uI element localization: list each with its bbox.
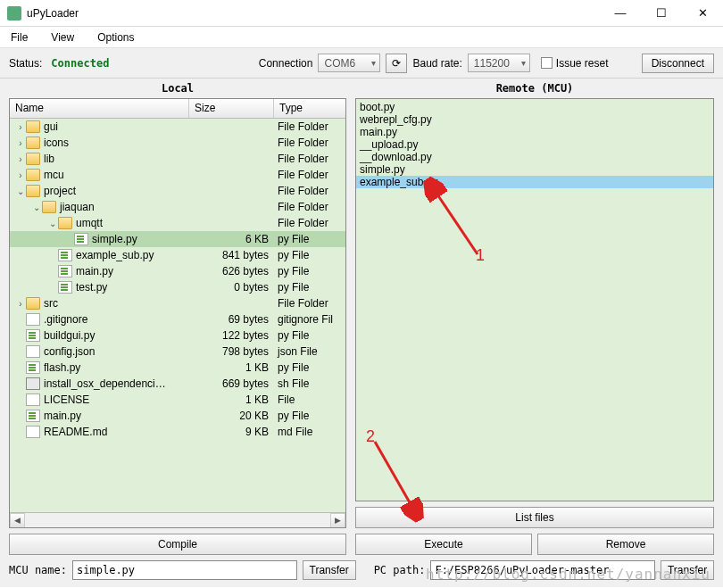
tree-row[interactable]: flash.py1 KBpy File xyxy=(10,360,345,376)
expand-arrow-icon[interactable]: › xyxy=(15,170,26,180)
tree-row[interactable]: main.py626 bytespy File xyxy=(10,263,345,279)
file-type: File Folder xyxy=(274,137,345,149)
remote-item[interactable]: __upload.py xyxy=(356,138,713,151)
remote-item[interactable]: boot.py xyxy=(356,101,713,113)
local-tree[interactable]: Name Size Type ›guiFile Folder›iconsFile… xyxy=(9,98,346,528)
connection-select[interactable]: COM6 xyxy=(318,54,380,72)
file-icon xyxy=(26,345,40,358)
file-type: py File xyxy=(274,329,345,342)
folder-icon xyxy=(26,120,40,133)
file-type: gitignore Fil xyxy=(274,313,345,326)
col-type[interactable]: Type xyxy=(274,99,345,118)
expand-arrow-icon[interactable]: ⌄ xyxy=(47,219,58,228)
disconnect-button[interactable]: Disconnect xyxy=(642,54,714,73)
tree-row[interactable]: ⌄projectFile Folder xyxy=(10,183,345,199)
file-name: jiaquan xyxy=(60,201,95,213)
tree-row[interactable]: LICENSE1 KBFile xyxy=(10,392,345,408)
list-files-button[interactable]: List files xyxy=(355,507,714,528)
expand-arrow-icon[interactable]: › xyxy=(15,138,26,148)
file-icon xyxy=(26,393,40,406)
remote-item[interactable]: main.py xyxy=(356,126,713,138)
file-size: 0 bytes xyxy=(189,281,274,294)
tree-row[interactable]: main.py20 KBpy File xyxy=(10,408,345,424)
tree-row[interactable]: README.md9 KBmd File xyxy=(10,424,345,440)
expand-arrow-icon[interactable]: ⌄ xyxy=(15,186,26,196)
file-name: LICENSE xyxy=(44,393,89,406)
file-name: flash.py xyxy=(44,361,80,374)
file-type: py File xyxy=(274,410,345,422)
tree-row[interactable]: buildgui.py122 bytespy File xyxy=(10,327,345,344)
col-name[interactable]: Name xyxy=(10,99,189,118)
remote-list[interactable]: boot.pywebrepl_cfg.pymain.py__upload.py_… xyxy=(355,98,714,501)
file-size: 841 bytes xyxy=(189,249,274,261)
mcu-name-input[interactable] xyxy=(72,560,297,580)
folder-icon xyxy=(58,217,72,229)
tree-row[interactable]: ⌄jiaquanFile Folder xyxy=(10,199,345,215)
remote-item[interactable]: simple.py xyxy=(356,163,713,176)
tree-row[interactable]: ⌄umqttFile Folder xyxy=(10,215,345,231)
remote-panel: Remote (MCU) boot.pywebrepl_cfg.pymain.p… xyxy=(355,79,714,555)
baud-label: Baud rate: xyxy=(412,57,461,70)
file-type: File Folder xyxy=(274,169,345,181)
tree-row[interactable]: ›guiFile Folder xyxy=(10,119,345,135)
tree-row[interactable]: ›srcFile Folder xyxy=(10,295,345,311)
refresh-button[interactable]: ⟳ xyxy=(386,54,407,73)
tree-row[interactable]: config.json798 bytesjson File xyxy=(10,344,345,360)
tree-row[interactable]: simple.py6 KBpy File xyxy=(10,231,345,247)
transfer-local-button[interactable]: Transfer xyxy=(303,560,356,580)
file-name: install_osx_dependenci… xyxy=(44,377,166,390)
toolbar: Status: Connected Connection COM6 ⟳ Baud… xyxy=(0,48,723,79)
file-size: 1 KB xyxy=(189,393,274,406)
file-type: sh File xyxy=(274,377,345,390)
main-area: Local Name Size Type ›guiFile Folder›ico… xyxy=(0,79,723,555)
file-icon xyxy=(26,426,40,438)
file-size: 669 bytes xyxy=(189,377,274,390)
file-name: lib xyxy=(44,153,54,165)
remote-item[interactable]: __download.py xyxy=(356,151,713,163)
expand-arrow-icon[interactable]: › xyxy=(15,299,26,309)
file-name: gui xyxy=(44,120,58,133)
menu-options[interactable]: Options xyxy=(92,29,139,46)
expand-arrow-icon[interactable]: › xyxy=(15,154,26,164)
remote-item[interactable]: webrepl_cfg.py xyxy=(356,113,713,126)
tree-row[interactable]: example_sub.py841 bytespy File xyxy=(10,247,345,263)
tree-row[interactable]: install_osx_dependenci…669 bytessh File xyxy=(10,376,345,392)
scroll-left-icon[interactable]: ◀ xyxy=(10,513,25,528)
execute-button[interactable]: Execute xyxy=(355,534,532,555)
scroll-right-icon[interactable]: ▶ xyxy=(330,513,345,528)
file-name: README.md xyxy=(44,426,107,438)
compile-button[interactable]: Compile xyxy=(9,534,346,555)
maximize-button[interactable]: ☐ xyxy=(641,0,682,27)
local-h-scrollbar[interactable]: ◀ ▶ xyxy=(10,512,345,527)
file-icon xyxy=(26,410,40,422)
folder-icon xyxy=(26,297,40,310)
tree-row[interactable]: ›libFile Folder xyxy=(10,151,345,167)
file-name: umqtt xyxy=(76,217,103,229)
close-button[interactable]: ✕ xyxy=(682,0,723,27)
file-type: py File xyxy=(274,265,345,277)
remote-item[interactable]: example_sub.py xyxy=(356,176,713,188)
file-size: 9 KB xyxy=(189,426,274,438)
tree-row[interactable]: ›mcuFile Folder xyxy=(10,167,345,183)
tree-row[interactable]: test.py0 bytespy File xyxy=(10,279,345,295)
minimize-button[interactable]: — xyxy=(600,0,641,27)
mcu-name-label: MCU name: xyxy=(9,564,67,576)
tree-row[interactable]: .gitignore69 bytesgitignore Fil xyxy=(10,311,345,327)
menu-view[interactable]: View xyxy=(46,29,79,46)
file-name: example_sub.py xyxy=(76,249,154,261)
expand-arrow-icon[interactable]: › xyxy=(15,122,26,132)
issue-reset-checkbox[interactable] xyxy=(541,57,553,69)
file-type: File Folder xyxy=(274,217,345,229)
file-size: 122 bytes xyxy=(189,329,274,342)
file-icon xyxy=(74,233,88,245)
tree-row[interactable]: ›iconsFile Folder xyxy=(10,135,345,151)
file-icon xyxy=(58,281,72,294)
expand-arrow-icon[interactable]: ⌄ xyxy=(31,203,42,212)
file-type: File Folder xyxy=(274,201,345,213)
remove-button[interactable]: Remove xyxy=(537,534,714,555)
file-type: json File xyxy=(274,345,345,358)
baud-select[interactable]: 115200 xyxy=(468,54,530,72)
menu-file[interactable]: File xyxy=(5,29,33,46)
file-icon xyxy=(58,249,72,261)
col-size[interactable]: Size xyxy=(189,99,274,118)
